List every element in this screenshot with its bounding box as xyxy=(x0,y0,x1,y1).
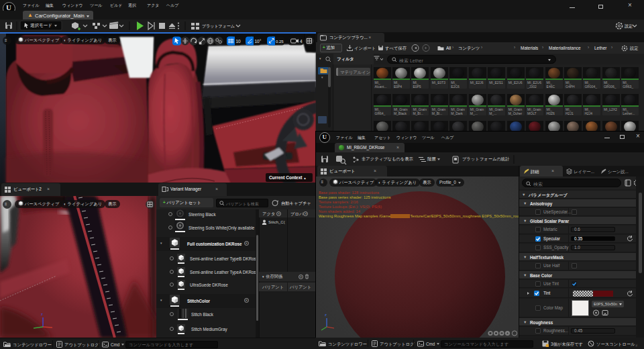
svg-text:0.25: 0.25 xyxy=(276,39,284,43)
svg-text:10°: 10° xyxy=(255,38,262,43)
svg-text:10: 10 xyxy=(236,38,241,43)
svg-text:z: z xyxy=(325,313,327,317)
svg-text:z: z xyxy=(41,312,43,316)
svg-text:4: 4 xyxy=(300,38,303,43)
